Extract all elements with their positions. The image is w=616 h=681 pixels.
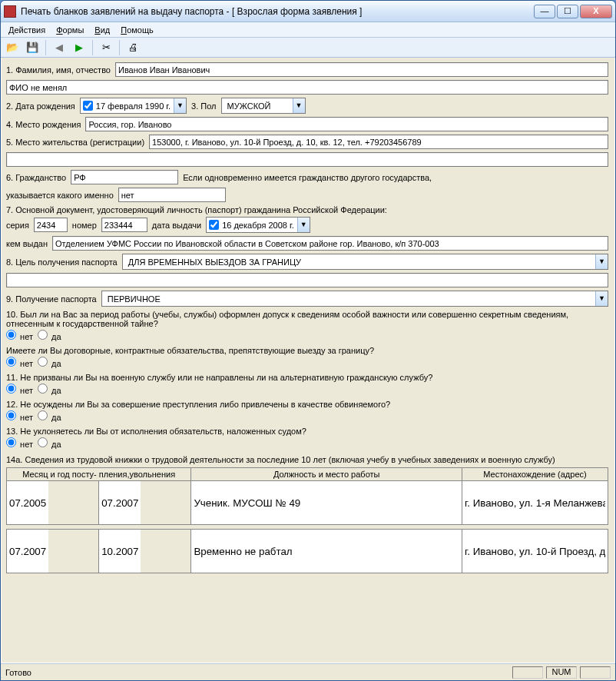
addr-input[interactable] — [462, 481, 608, 524]
question-13: 13. Не уклоняетесь ли Вы от исполнения о… — [6, 427, 608, 436]
window-title: Печать бланков заявлений на выдачу паспо… — [21, 6, 534, 17]
menu-view[interactable]: Вид — [90, 24, 114, 36]
radio-q10b-no[interactable] — [6, 357, 16, 367]
receipt-value: ПЕРВИЧНОЕ — [104, 294, 595, 304]
label-residence: 5. Место жительства (регистрации) — [6, 138, 144, 147]
chevron-down-icon[interactable]: ▼ — [174, 98, 186, 113]
from-date-input[interactable] — [7, 481, 48, 524]
radio-q12-yes[interactable] — [38, 410, 48, 420]
number-input[interactable] — [101, 218, 147, 232]
label-birth-date: 2. Дата рождения — [6, 101, 75, 111]
purpose-select[interactable]: ДЛЯ ВРЕМЕННЫХ ВЫЕЗДОВ ЗА ГРАНИЦУ ▼ — [122, 254, 608, 270]
minimize-button[interactable]: — — [534, 5, 555, 18]
th-dates: Месяц и год посту- пления,увольнения — [7, 468, 191, 481]
other-citizenship-input[interactable] — [118, 188, 226, 202]
fio-input[interactable] — [115, 62, 608, 77]
status-panel — [580, 666, 611, 679]
menu-actions[interactable]: Действия — [4, 24, 50, 36]
receipt-select[interactable]: ПЕРВИЧНОЕ ▼ — [101, 291, 608, 307]
question-10: 10. Был ли на Вас за период работы (учеб… — [6, 310, 608, 328]
menu-bar: Действия Формы Вид Помощь — [1, 22, 615, 38]
radio-q10-yes[interactable] — [38, 330, 48, 340]
radio-q10: нет да — [6, 330, 608, 341]
radio-q12-no[interactable] — [6, 410, 16, 420]
issued-by-input[interactable] — [52, 236, 608, 251]
radio-q13: нет да — [6, 437, 608, 449]
maximize-button[interactable]: ☐ — [557, 5, 578, 18]
radio-q13-yes[interactable] — [38, 437, 48, 447]
prev-icon[interactable]: ◀ — [51, 39, 68, 56]
status-panel — [512, 666, 543, 679]
radio-q13-no[interactable] — [6, 437, 16, 447]
issue-date-checkbox[interactable] — [209, 220, 219, 230]
sex-select[interactable]: МУЖСКОЙ ▼ — [221, 98, 306, 114]
separator — [92, 40, 93, 55]
issue-date-select[interactable]: 16 декабря 2008 г. ▼ — [206, 217, 310, 233]
birth-place-input[interactable] — [85, 117, 608, 131]
series-input[interactable] — [34, 218, 68, 232]
job-input[interactable] — [191, 481, 462, 524]
toolbar: 📂 💾 ◀ ▶ ✂ 🖨 — [1, 38, 615, 58]
purpose-value: ДЛЯ ВРЕМЕННЫХ ВЫЕЗДОВ ЗА ГРАНИЦУ — [125, 257, 595, 267]
close-button[interactable]: X — [580, 5, 612, 18]
cut-icon[interactable]: ✂ — [98, 39, 114, 56]
status-bar: Готово NUM — [1, 663, 615, 680]
question-14: 14а. Сведения из трудовой книжки о трудо… — [6, 455, 608, 464]
label-issue-date: дата выдачи — [152, 221, 201, 230]
fio-change-input[interactable] — [6, 80, 608, 95]
label-birth-place: 4. Место рождения — [6, 120, 81, 129]
purpose-extra-input[interactable] — [6, 273, 608, 287]
menu-forms[interactable]: Формы — [51, 24, 88, 36]
print-icon[interactable]: 🖨 — [124, 39, 141, 56]
application-window: Печать бланков заявлений на выдачу паспо… — [0, 0, 616, 681]
sex-value: МУЖСКОЙ — [224, 101, 293, 111]
to-date-input[interactable] — [99, 530, 141, 573]
table-row — [7, 530, 608, 573]
window-controls: — ☐ X — [534, 5, 612, 18]
title-bar[interactable]: Печать бланков заявлений на выдачу паспо… — [1, 1, 615, 22]
save-icon[interactable]: 💾 — [24, 39, 41, 56]
residence-line2-input[interactable] — [6, 152, 608, 167]
question-12: 12. Не осуждены ли Вы за совершение прес… — [6, 400, 608, 409]
addr-input[interactable] — [462, 530, 608, 573]
job-input[interactable] — [191, 530, 462, 573]
radio-q10b-yes[interactable] — [38, 357, 48, 367]
birth-date-select[interactable]: 17 февраля 1990 г. ▼ — [80, 98, 187, 114]
chevron-down-icon[interactable]: ▼ — [293, 98, 305, 113]
chevron-down-icon[interactable]: ▼ — [297, 218, 310, 232]
form-content: 1. Фамилия, имя, отчество 2. Дата рожден… — [1, 58, 615, 663]
from-date-input[interactable] — [7, 530, 48, 573]
issue-date-value: 16 декабря 2008 г. — [219, 221, 297, 230]
birth-date-value: 17 февраля 1990 г. — [93, 101, 174, 111]
status-num: NUM — [546, 666, 577, 679]
menu-help[interactable]: Помощь — [116, 24, 158, 36]
app-icon — [4, 5, 16, 18]
radio-q10b: нет да — [6, 357, 608, 368]
next-icon[interactable]: ▶ — [71, 39, 88, 56]
separator — [45, 40, 46, 55]
radio-q10-no[interactable] — [6, 330, 16, 340]
chevron-down-icon[interactable]: ▼ — [595, 254, 608, 269]
radio-q11: нет да — [6, 384, 608, 395]
radio-q11-no[interactable] — [6, 384, 16, 394]
separator — [119, 40, 120, 55]
table-row — [7, 481, 608, 525]
label-citizenship-extra: Если одновременно имеется гражданство др… — [183, 173, 432, 182]
radio-q12: нет да — [6, 410, 608, 422]
status-ready: Готово — [5, 668, 509, 677]
open-icon[interactable]: 📂 — [4, 39, 21, 56]
citizenship-input[interactable] — [71, 170, 178, 184]
label-citizenship: 6. Гражданство — [6, 173, 66, 182]
label-receipt: 9. Получение паспорта — [6, 294, 97, 304]
th-addr: Местонахождение (адрес) — [462, 468, 608, 481]
question-10b: Имеете ли Вы договорные, контрактные обя… — [6, 346, 608, 355]
label-specify: указывается какого именно — [6, 191, 114, 200]
label-sex: 3. Пол — [191, 101, 216, 111]
chevron-down-icon[interactable]: ▼ — [595, 291, 608, 306]
label-main-doc: 7. Основной документ, удостоверяющий лич… — [6, 205, 608, 214]
radio-q11-yes[interactable] — [38, 384, 48, 394]
label-series: серия — [6, 221, 29, 230]
residence-input[interactable] — [149, 135, 608, 149]
birth-date-checkbox[interactable] — [83, 101, 93, 111]
to-date-input[interactable] — [99, 481, 141, 524]
